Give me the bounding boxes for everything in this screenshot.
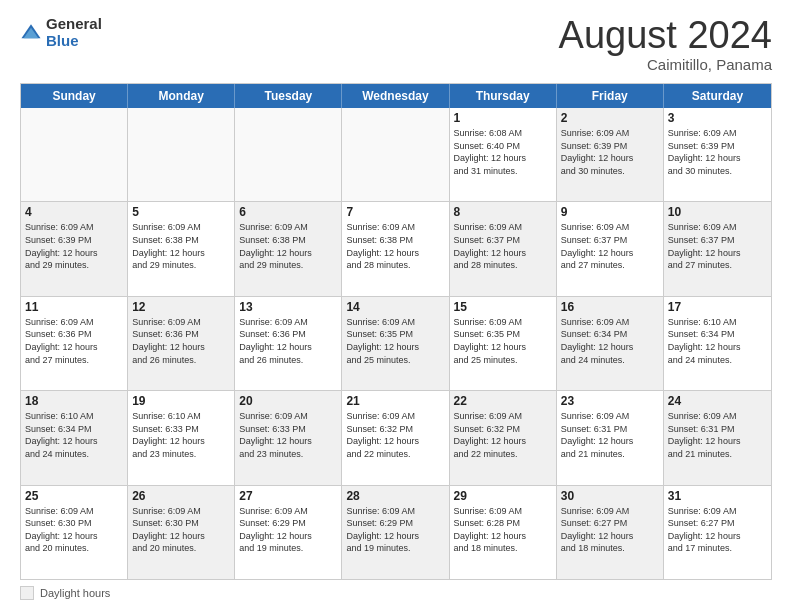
day-info: Sunrise: 6:09 AM Sunset: 6:27 PM Dayligh… (668, 505, 767, 555)
logo-icon (20, 22, 42, 44)
day-info: Sunrise: 6:09 AM Sunset: 6:34 PM Dayligh… (561, 316, 659, 366)
calendar-subtitle: Caimitillo, Panama (559, 56, 772, 73)
day-info: Sunrise: 6:09 AM Sunset: 6:29 PM Dayligh… (346, 505, 444, 555)
day-info: Sunrise: 6:09 AM Sunset: 6:30 PM Dayligh… (25, 505, 123, 555)
calendar-cell: 15Sunrise: 6:09 AM Sunset: 6:35 PM Dayli… (450, 297, 557, 390)
calendar-cell: 20Sunrise: 6:09 AM Sunset: 6:33 PM Dayli… (235, 391, 342, 484)
calendar-cell: 8Sunrise: 6:09 AM Sunset: 6:37 PM Daylig… (450, 202, 557, 295)
calendar-body: 1Sunrise: 6:08 AM Sunset: 6:40 PM Daylig… (21, 108, 771, 579)
calendar-cell: 31Sunrise: 6:09 AM Sunset: 6:27 PM Dayli… (664, 486, 771, 579)
calendar-week-1: 1Sunrise: 6:08 AM Sunset: 6:40 PM Daylig… (21, 108, 771, 201)
day-number: 17 (668, 300, 767, 314)
day-info: Sunrise: 6:09 AM Sunset: 6:32 PM Dayligh… (454, 410, 552, 460)
calendar-cell: 16Sunrise: 6:09 AM Sunset: 6:34 PM Dayli… (557, 297, 664, 390)
header-cell-thursday: Thursday (450, 84, 557, 108)
header-cell-tuesday: Tuesday (235, 84, 342, 108)
header-cell-monday: Monday (128, 84, 235, 108)
day-number: 27 (239, 489, 337, 503)
day-number: 4 (25, 205, 123, 219)
header-cell-sunday: Sunday (21, 84, 128, 108)
day-info: Sunrise: 6:09 AM Sunset: 6:32 PM Dayligh… (346, 410, 444, 460)
day-number: 30 (561, 489, 659, 503)
calendar-cell: 22Sunrise: 6:09 AM Sunset: 6:32 PM Dayli… (450, 391, 557, 484)
day-info: Sunrise: 6:09 AM Sunset: 6:35 PM Dayligh… (454, 316, 552, 366)
calendar-cell: 9Sunrise: 6:09 AM Sunset: 6:37 PM Daylig… (557, 202, 664, 295)
day-info: Sunrise: 6:09 AM Sunset: 6:38 PM Dayligh… (239, 221, 337, 271)
day-number: 14 (346, 300, 444, 314)
day-info: Sunrise: 6:09 AM Sunset: 6:35 PM Dayligh… (346, 316, 444, 366)
day-info: Sunrise: 6:09 AM Sunset: 6:33 PM Dayligh… (239, 410, 337, 460)
calendar-cell: 30Sunrise: 6:09 AM Sunset: 6:27 PM Dayli… (557, 486, 664, 579)
day-info: Sunrise: 6:09 AM Sunset: 6:27 PM Dayligh… (561, 505, 659, 555)
calendar-week-5: 25Sunrise: 6:09 AM Sunset: 6:30 PM Dayli… (21, 485, 771, 579)
day-number: 15 (454, 300, 552, 314)
day-info: Sunrise: 6:09 AM Sunset: 6:39 PM Dayligh… (668, 127, 767, 177)
day-number: 3 (668, 111, 767, 125)
calendar-cell: 18Sunrise: 6:10 AM Sunset: 6:34 PM Dayli… (21, 391, 128, 484)
day-number: 10 (668, 205, 767, 219)
day-number: 6 (239, 205, 337, 219)
calendar-cell: 5Sunrise: 6:09 AM Sunset: 6:38 PM Daylig… (128, 202, 235, 295)
day-number: 2 (561, 111, 659, 125)
day-number: 13 (239, 300, 337, 314)
day-number: 18 (25, 394, 123, 408)
day-number: 12 (132, 300, 230, 314)
calendar-cell: 11Sunrise: 6:09 AM Sunset: 6:36 PM Dayli… (21, 297, 128, 390)
logo-text: General Blue (46, 16, 102, 49)
calendar-cell: 28Sunrise: 6:09 AM Sunset: 6:29 PM Dayli… (342, 486, 449, 579)
logo: General Blue (20, 16, 102, 49)
logo-general: General (46, 16, 102, 33)
day-info: Sunrise: 6:09 AM Sunset: 6:39 PM Dayligh… (25, 221, 123, 271)
calendar-cell: 14Sunrise: 6:09 AM Sunset: 6:35 PM Dayli… (342, 297, 449, 390)
day-number: 25 (25, 489, 123, 503)
calendar-cell: 19Sunrise: 6:10 AM Sunset: 6:33 PM Dayli… (128, 391, 235, 484)
day-info: Sunrise: 6:09 AM Sunset: 6:36 PM Dayligh… (239, 316, 337, 366)
day-info: Sunrise: 6:09 AM Sunset: 6:37 PM Dayligh… (561, 221, 659, 271)
title-block: August 2024 Caimitillo, Panama (559, 16, 772, 73)
calendar-header-row: SundayMondayTuesdayWednesdayThursdayFrid… (21, 84, 771, 108)
day-info: Sunrise: 6:09 AM Sunset: 6:36 PM Dayligh… (132, 316, 230, 366)
day-info: Sunrise: 6:09 AM Sunset: 6:38 PM Dayligh… (132, 221, 230, 271)
day-info: Sunrise: 6:08 AM Sunset: 6:40 PM Dayligh… (454, 127, 552, 177)
calendar-cell (342, 108, 449, 201)
legend-label: Daylight hours (40, 587, 110, 599)
day-number: 23 (561, 394, 659, 408)
calendar-cell: 26Sunrise: 6:09 AM Sunset: 6:30 PM Dayli… (128, 486, 235, 579)
day-info: Sunrise: 6:09 AM Sunset: 6:28 PM Dayligh… (454, 505, 552, 555)
header: General Blue August 2024 Caimitillo, Pan… (20, 16, 772, 73)
legend: Daylight hours (20, 586, 772, 600)
calendar-cell: 17Sunrise: 6:10 AM Sunset: 6:34 PM Dayli… (664, 297, 771, 390)
day-info: Sunrise: 6:10 AM Sunset: 6:33 PM Dayligh… (132, 410, 230, 460)
calendar-week-2: 4Sunrise: 6:09 AM Sunset: 6:39 PM Daylig… (21, 201, 771, 295)
calendar-cell: 1Sunrise: 6:08 AM Sunset: 6:40 PM Daylig… (450, 108, 557, 201)
header-cell-saturday: Saturday (664, 84, 771, 108)
calendar-cell: 25Sunrise: 6:09 AM Sunset: 6:30 PM Dayli… (21, 486, 128, 579)
day-info: Sunrise: 6:09 AM Sunset: 6:39 PM Dayligh… (561, 127, 659, 177)
calendar-cell (21, 108, 128, 201)
day-info: Sunrise: 6:09 AM Sunset: 6:37 PM Dayligh… (668, 221, 767, 271)
header-cell-wednesday: Wednesday (342, 84, 449, 108)
day-number: 1 (454, 111, 552, 125)
day-number: 31 (668, 489, 767, 503)
day-number: 20 (239, 394, 337, 408)
logo-blue: Blue (46, 33, 102, 50)
day-info: Sunrise: 6:09 AM Sunset: 6:31 PM Dayligh… (561, 410, 659, 460)
calendar-cell: 13Sunrise: 6:09 AM Sunset: 6:36 PM Dayli… (235, 297, 342, 390)
calendar-cell: 23Sunrise: 6:09 AM Sunset: 6:31 PM Dayli… (557, 391, 664, 484)
calendar-week-4: 18Sunrise: 6:10 AM Sunset: 6:34 PM Dayli… (21, 390, 771, 484)
day-number: 19 (132, 394, 230, 408)
day-number: 21 (346, 394, 444, 408)
calendar: SundayMondayTuesdayWednesdayThursdayFrid… (20, 83, 772, 580)
day-number: 16 (561, 300, 659, 314)
calendar-cell: 29Sunrise: 6:09 AM Sunset: 6:28 PM Dayli… (450, 486, 557, 579)
calendar-week-3: 11Sunrise: 6:09 AM Sunset: 6:36 PM Dayli… (21, 296, 771, 390)
calendar-cell: 12Sunrise: 6:09 AM Sunset: 6:36 PM Dayli… (128, 297, 235, 390)
day-info: Sunrise: 6:09 AM Sunset: 6:31 PM Dayligh… (668, 410, 767, 460)
calendar-cell: 4Sunrise: 6:09 AM Sunset: 6:39 PM Daylig… (21, 202, 128, 295)
calendar-cell: 21Sunrise: 6:09 AM Sunset: 6:32 PM Dayli… (342, 391, 449, 484)
calendar-cell (235, 108, 342, 201)
day-number: 5 (132, 205, 230, 219)
day-number: 22 (454, 394, 552, 408)
day-info: Sunrise: 6:09 AM Sunset: 6:37 PM Dayligh… (454, 221, 552, 271)
calendar-title: August 2024 (559, 16, 772, 54)
